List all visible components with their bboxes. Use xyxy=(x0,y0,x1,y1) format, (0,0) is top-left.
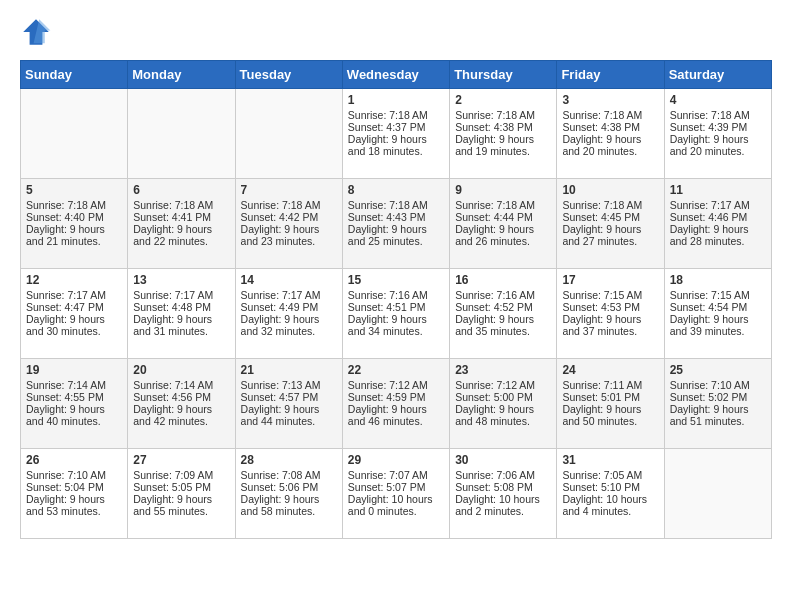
day-number: 15 xyxy=(348,273,444,287)
sunrise-text: Sunrise: 7:18 AM xyxy=(348,109,444,121)
sunset-text: Sunset: 4:45 PM xyxy=(562,211,658,223)
sunrise-text: Sunrise: 7:17 AM xyxy=(26,289,122,301)
daylight-text: Daylight: 9 hours and 23 minutes. xyxy=(241,223,337,247)
day-number: 7 xyxy=(241,183,337,197)
daylight-text: Daylight: 10 hours and 2 minutes. xyxy=(455,493,551,517)
sunrise-text: Sunrise: 7:17 AM xyxy=(241,289,337,301)
sunset-text: Sunset: 5:08 PM xyxy=(455,481,551,493)
day-number: 4 xyxy=(670,93,766,107)
sunset-text: Sunset: 4:57 PM xyxy=(241,391,337,403)
calendar-cell: 16Sunrise: 7:16 AMSunset: 4:52 PMDayligh… xyxy=(450,269,557,359)
daylight-text: Daylight: 9 hours and 25 minutes. xyxy=(348,223,444,247)
weekday-header-sunday: Sunday xyxy=(21,61,128,89)
day-number: 22 xyxy=(348,363,444,377)
sunrise-text: Sunrise: 7:12 AM xyxy=(348,379,444,391)
sunrise-text: Sunrise: 7:18 AM xyxy=(670,109,766,121)
sunset-text: Sunset: 4:38 PM xyxy=(455,121,551,133)
calendar-cell: 8Sunrise: 7:18 AMSunset: 4:43 PMDaylight… xyxy=(342,179,449,269)
calendar-table: SundayMondayTuesdayWednesdayThursdayFrid… xyxy=(20,60,772,539)
calendar-cell: 27Sunrise: 7:09 AMSunset: 5:05 PMDayligh… xyxy=(128,449,235,539)
sunset-text: Sunset: 4:38 PM xyxy=(562,121,658,133)
daylight-text: Daylight: 9 hours and 31 minutes. xyxy=(133,313,229,337)
sunset-text: Sunset: 5:01 PM xyxy=(562,391,658,403)
sunrise-text: Sunrise: 7:16 AM xyxy=(348,289,444,301)
day-number: 23 xyxy=(455,363,551,377)
calendar-cell: 29Sunrise: 7:07 AMSunset: 5:07 PMDayligh… xyxy=(342,449,449,539)
day-number: 10 xyxy=(562,183,658,197)
daylight-text: Daylight: 9 hours and 30 minutes. xyxy=(26,313,122,337)
day-number: 5 xyxy=(26,183,122,197)
sunrise-text: Sunrise: 7:14 AM xyxy=(26,379,122,391)
sunset-text: Sunset: 4:51 PM xyxy=(348,301,444,313)
sunrise-text: Sunrise: 7:17 AM xyxy=(133,289,229,301)
sunrise-text: Sunrise: 7:14 AM xyxy=(133,379,229,391)
sunrise-text: Sunrise: 7:07 AM xyxy=(348,469,444,481)
sunset-text: Sunset: 4:53 PM xyxy=(562,301,658,313)
calendar-cell xyxy=(235,89,342,179)
calendar-cell: 30Sunrise: 7:06 AMSunset: 5:08 PMDayligh… xyxy=(450,449,557,539)
daylight-text: Daylight: 9 hours and 27 minutes. xyxy=(562,223,658,247)
calendar-cell: 22Sunrise: 7:12 AMSunset: 4:59 PMDayligh… xyxy=(342,359,449,449)
sunrise-text: Sunrise: 7:18 AM xyxy=(562,199,658,211)
sunset-text: Sunset: 4:48 PM xyxy=(133,301,229,313)
weekday-header-saturday: Saturday xyxy=(664,61,771,89)
day-number: 25 xyxy=(670,363,766,377)
day-number: 12 xyxy=(26,273,122,287)
calendar-cell: 12Sunrise: 7:17 AMSunset: 4:47 PMDayligh… xyxy=(21,269,128,359)
daylight-text: Daylight: 9 hours and 21 minutes. xyxy=(26,223,122,247)
calendar-cell: 5Sunrise: 7:18 AMSunset: 4:40 PMDaylight… xyxy=(21,179,128,269)
sunset-text: Sunset: 4:42 PM xyxy=(241,211,337,223)
calendar-cell: 14Sunrise: 7:17 AMSunset: 4:49 PMDayligh… xyxy=(235,269,342,359)
sunset-text: Sunset: 4:39 PM xyxy=(670,121,766,133)
daylight-text: Daylight: 9 hours and 40 minutes. xyxy=(26,403,122,427)
day-number: 31 xyxy=(562,453,658,467)
daylight-text: Daylight: 9 hours and 20 minutes. xyxy=(562,133,658,157)
day-number: 30 xyxy=(455,453,551,467)
sunrise-text: Sunrise: 7:18 AM xyxy=(348,199,444,211)
day-number: 14 xyxy=(241,273,337,287)
sunrise-text: Sunrise: 7:18 AM xyxy=(241,199,337,211)
sunset-text: Sunset: 4:54 PM xyxy=(670,301,766,313)
sunset-text: Sunset: 4:59 PM xyxy=(348,391,444,403)
sunrise-text: Sunrise: 7:06 AM xyxy=(455,469,551,481)
daylight-text: Daylight: 9 hours and 37 minutes. xyxy=(562,313,658,337)
sunset-text: Sunset: 4:56 PM xyxy=(133,391,229,403)
sunset-text: Sunset: 5:02 PM xyxy=(670,391,766,403)
calendar-cell: 6Sunrise: 7:18 AMSunset: 4:41 PMDaylight… xyxy=(128,179,235,269)
calendar-cell: 3Sunrise: 7:18 AMSunset: 4:38 PMDaylight… xyxy=(557,89,664,179)
sunrise-text: Sunrise: 7:11 AM xyxy=(562,379,658,391)
day-number: 20 xyxy=(133,363,229,377)
sunset-text: Sunset: 5:00 PM xyxy=(455,391,551,403)
sunrise-text: Sunrise: 7:15 AM xyxy=(670,289,766,301)
daylight-text: Daylight: 9 hours and 58 minutes. xyxy=(241,493,337,517)
day-number: 27 xyxy=(133,453,229,467)
sunset-text: Sunset: 4:52 PM xyxy=(455,301,551,313)
sunset-text: Sunset: 4:49 PM xyxy=(241,301,337,313)
daylight-text: Daylight: 10 hours and 0 minutes. xyxy=(348,493,444,517)
day-number: 16 xyxy=(455,273,551,287)
sunrise-text: Sunrise: 7:18 AM xyxy=(455,199,551,211)
week-row-2: 5Sunrise: 7:18 AMSunset: 4:40 PMDaylight… xyxy=(21,179,772,269)
calendar-cell: 7Sunrise: 7:18 AMSunset: 4:42 PMDaylight… xyxy=(235,179,342,269)
day-number: 18 xyxy=(670,273,766,287)
calendar-cell: 4Sunrise: 7:18 AMSunset: 4:39 PMDaylight… xyxy=(664,89,771,179)
daylight-text: Daylight: 9 hours and 35 minutes. xyxy=(455,313,551,337)
sunrise-text: Sunrise: 7:05 AM xyxy=(562,469,658,481)
daylight-text: Daylight: 9 hours and 50 minutes. xyxy=(562,403,658,427)
daylight-text: Daylight: 9 hours and 34 minutes. xyxy=(348,313,444,337)
sunrise-text: Sunrise: 7:10 AM xyxy=(26,469,122,481)
daylight-text: Daylight: 10 hours and 4 minutes. xyxy=(562,493,658,517)
day-number: 13 xyxy=(133,273,229,287)
day-number: 1 xyxy=(348,93,444,107)
daylight-text: Daylight: 9 hours and 32 minutes. xyxy=(241,313,337,337)
day-number: 19 xyxy=(26,363,122,377)
sunset-text: Sunset: 4:47 PM xyxy=(26,301,122,313)
weekday-header-row: SundayMondayTuesdayWednesdayThursdayFrid… xyxy=(21,61,772,89)
weekday-header-thursday: Thursday xyxy=(450,61,557,89)
calendar-cell: 11Sunrise: 7:17 AMSunset: 4:46 PMDayligh… xyxy=(664,179,771,269)
daylight-text: Daylight: 9 hours and 19 minutes. xyxy=(455,133,551,157)
sunset-text: Sunset: 4:37 PM xyxy=(348,121,444,133)
daylight-text: Daylight: 9 hours and 55 minutes. xyxy=(133,493,229,517)
day-number: 26 xyxy=(26,453,122,467)
logo-icon xyxy=(20,16,52,48)
